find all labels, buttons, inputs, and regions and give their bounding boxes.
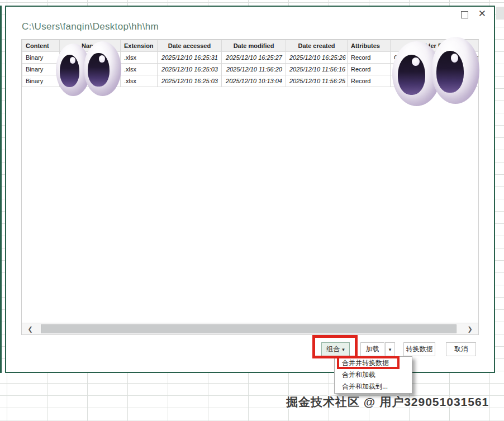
table-cell: Record — [348, 52, 391, 64]
menu-item-2[interactable]: 合并和加载到... — [335, 381, 412, 393]
table-cell: 2025/12/10 16:25:31 — [158, 52, 222, 64]
load-button-label: 加载 — [366, 345, 379, 354]
horizontal-scrollbar[interactable]: ❮ ❯ — [22, 323, 478, 334]
cancel-button[interactable]: 取消 — [446, 342, 476, 356]
table-cell: 2025/12/10 10:13:04 — [222, 75, 286, 87]
eye-pupil — [60, 55, 79, 87]
excel-screen: { "window": { "path_title": "C:\\Users\\… — [0, 0, 504, 421]
close-icon[interactable]: ✕ — [478, 9, 486, 19]
load-dropdown-button[interactable]: ▾ — [385, 342, 395, 356]
table-cell: 2025/12/10 11:56:20 — [222, 64, 286, 75]
watermark-text: 掘金技术社区 @ 用户329051031561 — [286, 394, 489, 410]
table-cell: 2025/12/10 11:56:16 — [286, 64, 348, 75]
eye-pupil — [88, 53, 109, 87]
restore-icon[interactable] — [461, 11, 468, 18]
table-cell: 2025/12/10 16:25:03 — [158, 64, 222, 75]
column-header[interactable]: Date modified — [222, 40, 286, 52]
combine-dropdown-menu: 合并并转换数据合并和加载合并和加载到... — [334, 356, 412, 394]
table-cell: 2025/12/10 11:56:25 — [286, 75, 348, 87]
transform-data-button[interactable]: 转换数据 — [403, 342, 435, 356]
scroll-right-icon[interactable]: ❯ — [462, 323, 478, 334]
eye-pupil — [436, 51, 464, 92]
table-cell: 2025/12/10 16:25:27 — [222, 52, 286, 64]
table-cell: Record — [348, 75, 391, 87]
eye-pupil — [398, 55, 426, 95]
scrollbar-track[interactable] — [39, 323, 462, 334]
column-header[interactable]: Date accessed — [158, 40, 222, 52]
scrollbar-thumb[interactable] — [41, 324, 457, 333]
combine-button-label: 组合 — [326, 345, 340, 354]
combine-button[interactable]: 组合 ▾ — [321, 342, 350, 356]
table-cell: Binary — [22, 75, 60, 87]
chevron-down-icon: ▾ — [342, 347, 345, 352]
table-cell: 2025/12/10 16:25:03 — [158, 75, 222, 87]
column-header[interactable]: Date created — [286, 40, 348, 52]
menu-item-0[interactable]: 合并并转换数据 — [335, 357, 412, 369]
table-cell: Binary — [22, 64, 60, 75]
cancel-button-label: 取消 — [454, 345, 468, 354]
scroll-left-icon[interactable]: ❮ — [22, 323, 39, 334]
menu-item-1[interactable]: 合并和加载 — [335, 369, 412, 381]
table-cell: Binary — [22, 52, 60, 64]
load-button[interactable]: 加载 — [360, 342, 384, 356]
table-cell: .xlsx — [121, 64, 158, 75]
column-header[interactable]: Attributes — [348, 40, 391, 52]
table-cell: .xlsx — [121, 52, 158, 64]
table-cell: 2025/12/10 16:25:26 — [286, 52, 348, 64]
excel-window-edge — [0, 6, 2, 373]
eyes-sticker-left-eye — [84, 41, 121, 96]
table-cell: .xlsx — [121, 75, 158, 87]
grid-empty-area — [22, 87, 478, 323]
transform-button-label: 转换数据 — [406, 345, 433, 354]
window-controls: ✕ — [461, 9, 486, 19]
column-header[interactable]: Extension — [121, 40, 158, 52]
worksheet-cell-shade — [496, 7, 504, 20]
eyes-sticker-right-eye — [431, 37, 479, 104]
chevron-down-icon: ▾ — [389, 347, 392, 352]
column-header[interactable]: Content — [22, 40, 60, 52]
folder-path-title: C:\Users\fanqin\Desktop\hh\hm — [22, 21, 159, 32]
table-cell: Record — [348, 64, 391, 75]
